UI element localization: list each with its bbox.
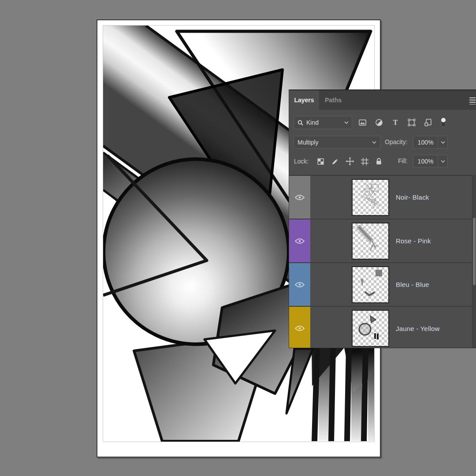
fill-input[interactable]: 100% bbox=[413, 155, 448, 167]
pixel-layers-icon[interactable] bbox=[358, 118, 367, 127]
thumbnail-sketch-rose bbox=[353, 223, 388, 259]
thumbnail-sketch-bleu bbox=[353, 267, 388, 302]
opacity-value: 100% bbox=[413, 139, 438, 146]
tab-layers[interactable]: Layers bbox=[289, 90, 319, 110]
kind-filter-dropdown[interactable]: Kind bbox=[294, 116, 352, 129]
thumbnail-sketch-jaune bbox=[353, 311, 388, 346]
visibility-eye-icon[interactable] bbox=[294, 194, 305, 201]
chevron-down-icon bbox=[441, 160, 445, 163]
opacity-chevron[interactable] bbox=[438, 136, 447, 148]
lock-all-icon[interactable] bbox=[375, 157, 383, 165]
adjustment-layers-icon[interactable] bbox=[375, 118, 383, 127]
layers-panel: Layers Paths Kind T bbox=[289, 89, 476, 348]
filter-icon-group: T bbox=[358, 116, 447, 129]
layer-row-noir-black[interactable]: Noir- Black bbox=[289, 176, 476, 219]
photoshop-workspace: Layers Paths Kind T bbox=[0, 0, 476, 476]
smart-objects-icon[interactable] bbox=[424, 118, 432, 127]
layer-thumbnail[interactable] bbox=[352, 266, 389, 303]
layer-thumbnail[interactable] bbox=[352, 223, 389, 260]
layer-name[interactable]: Noir- Black bbox=[396, 176, 429, 219]
filter-toggle-icon[interactable] bbox=[440, 117, 447, 128]
lock-paint-icon[interactable] bbox=[331, 157, 339, 166]
layer-list: Noir- Black bbox=[289, 175, 476, 348]
lock-position-icon[interactable] bbox=[346, 157, 354, 166]
tab-paths[interactable]: Paths bbox=[319, 90, 347, 110]
scrollbar-thumb[interactable] bbox=[473, 218, 476, 285]
panel-tab-bar: Layers Paths bbox=[289, 90, 476, 110]
layer-name[interactable]: Bleu - Blue bbox=[396, 263, 429, 306]
chevron-down-icon bbox=[441, 141, 445, 144]
fill-label: Fill: bbox=[398, 155, 408, 167]
layer-row-jaune-yellow[interactable]: Jaune - Yellow bbox=[289, 307, 476, 348]
thumbnail-sketch-noir bbox=[353, 180, 388, 215]
layer-color-label-gray[interactable] bbox=[289, 176, 310, 219]
type-layers-icon[interactable]: T bbox=[391, 118, 400, 127]
svg-text:T: T bbox=[393, 119, 398, 126]
blend-mode-value: Multiply bbox=[298, 139, 318, 146]
chevron-down-icon bbox=[372, 141, 376, 144]
layer-color-label-violet[interactable] bbox=[289, 219, 310, 262]
fill-chevron[interactable] bbox=[438, 155, 447, 167]
layer-color-label-blue[interactable] bbox=[289, 263, 310, 306]
panel-menu-icon[interactable] bbox=[469, 97, 476, 104]
kind-filter-label: Kind bbox=[306, 119, 319, 126]
layer-name[interactable]: Jaune - Yellow bbox=[396, 307, 440, 348]
lock-icon-group bbox=[316, 154, 383, 168]
layer-row-rose-pink[interactable]: Rose - Pink bbox=[289, 219, 476, 263]
opacity-label: Opacity: bbox=[385, 136, 407, 149]
shape-layers-icon[interactable] bbox=[407, 118, 416, 127]
lock-transparency-icon[interactable] bbox=[316, 157, 325, 166]
blend-mode-dropdown[interactable]: Multiply bbox=[294, 136, 380, 149]
layer-list-scrollbar[interactable] bbox=[472, 175, 476, 348]
fill-value: 100% bbox=[413, 158, 438, 165]
opacity-input[interactable]: 100% bbox=[413, 136, 448, 149]
lock-artboard-icon[interactable] bbox=[361, 157, 369, 166]
visibility-eye-icon[interactable] bbox=[294, 281, 305, 288]
layer-row-bleu-blue[interactable]: Bleu - Blue bbox=[289, 263, 476, 307]
chevron-down-icon bbox=[344, 121, 349, 124]
visibility-eye-icon[interactable] bbox=[294, 238, 305, 245]
layer-color-label-yellow[interactable] bbox=[289, 307, 310, 348]
layer-name[interactable]: Rose - Pink bbox=[396, 219, 431, 262]
magnifier-icon bbox=[297, 119, 304, 126]
lock-label: Lock: bbox=[294, 154, 309, 168]
visibility-eye-icon[interactable] bbox=[294, 325, 305, 332]
layer-thumbnail[interactable] bbox=[352, 179, 389, 216]
layer-thumbnail[interactable] bbox=[352, 310, 389, 347]
